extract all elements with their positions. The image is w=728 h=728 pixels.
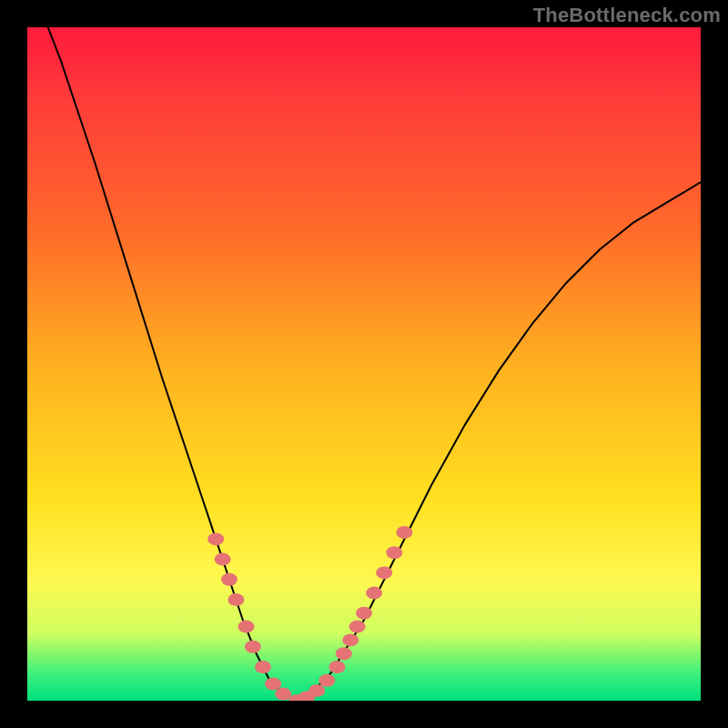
plot-area <box>27 27 701 701</box>
curve-marker <box>238 621 255 633</box>
curve-marker <box>376 566 392 579</box>
curve-markers <box>207 526 412 701</box>
curve-marker <box>349 621 366 633</box>
curve-marker <box>215 553 231 566</box>
curve-marker <box>366 587 382 600</box>
curve-marker <box>342 633 359 646</box>
bottleneck-curve <box>27 27 701 701</box>
curve-marker <box>318 674 335 687</box>
curve-marker <box>396 526 412 539</box>
curve-marker <box>308 684 325 697</box>
chart-overlay <box>27 27 701 701</box>
curve-marker <box>221 573 238 586</box>
curve-marker <box>255 661 271 673</box>
curve-marker <box>329 661 345 673</box>
curve-marker <box>207 532 224 545</box>
curve-marker <box>228 593 244 606</box>
curve-marker <box>336 647 352 660</box>
curve-marker <box>275 688 291 701</box>
curve-marker <box>356 607 372 620</box>
watermark-label: TheBottleneck.com <box>533 4 721 27</box>
curve-marker <box>386 546 402 559</box>
curve-marker <box>265 678 281 691</box>
curve-marker <box>245 641 261 653</box>
outer-frame: TheBottleneck.com <box>0 0 728 728</box>
